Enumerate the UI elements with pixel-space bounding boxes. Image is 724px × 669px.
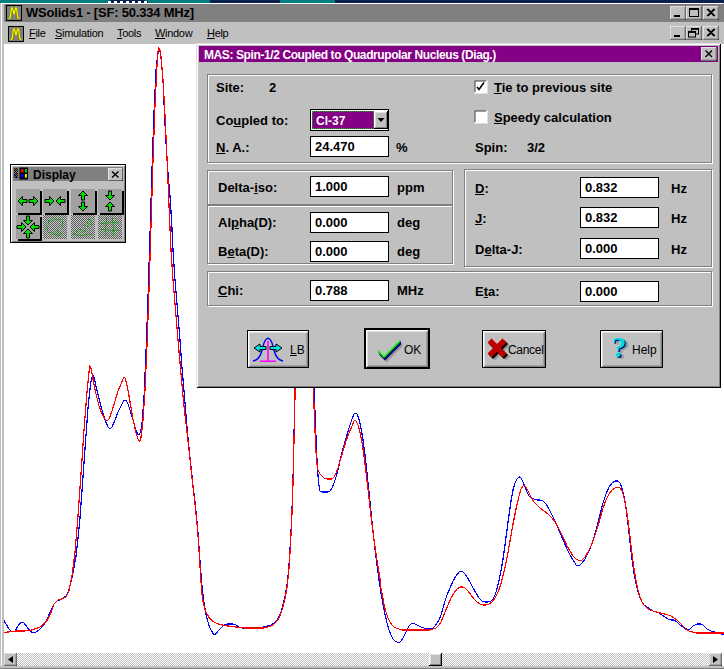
svg-text:?: ? (612, 333, 627, 363)
